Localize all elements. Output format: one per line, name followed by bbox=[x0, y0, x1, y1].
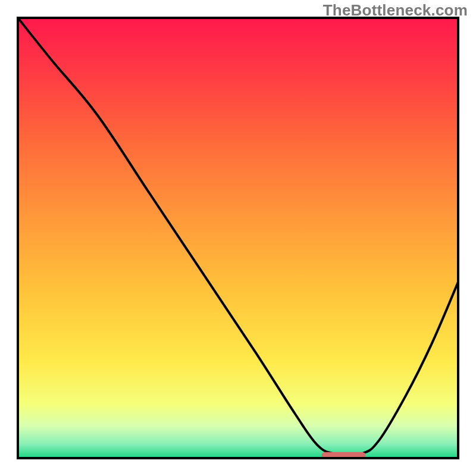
chart-background bbox=[19, 19, 457, 457]
chart-svg bbox=[0, 0, 476, 476]
chart-container: TheBottleneck.com bbox=[0, 0, 476, 476]
